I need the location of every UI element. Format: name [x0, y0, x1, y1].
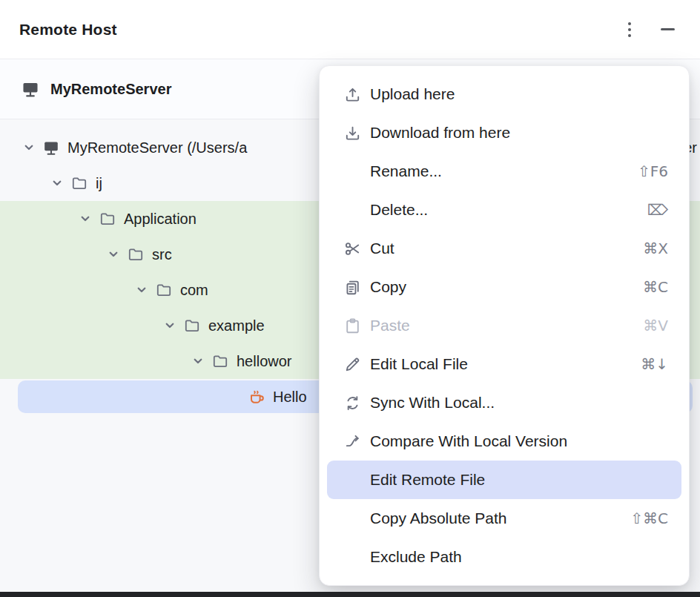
menu-item-shortcut: ⌦	[647, 201, 668, 219]
chevron-down-icon[interactable]	[22, 141, 36, 154]
menu-item-paste: Paste ⌘V	[327, 306, 681, 345]
menu-item-label: Copy	[370, 278, 631, 296]
context-menu: Upload here Download from here Rename...…	[319, 65, 690, 586]
menu-item-shortcut: ⌘X	[643, 240, 668, 257]
menu-item-edit-local-file[interactable]: Edit Local File ⌘↓	[327, 345, 681, 383]
menu-item-shortcut: ⇧F6	[638, 162, 668, 180]
menu-item-label: Delete...	[370, 201, 635, 219]
tree-item-label: MyRemoteServer (/Users/a	[67, 139, 247, 156]
menu-item-label: Copy Absolute Path	[370, 509, 618, 527]
menu-item-shortcut: ⌘↓	[641, 355, 668, 373]
page-title: Remote Host	[19, 21, 117, 39]
menu-item-shortcut: ⌘C	[643, 278, 668, 296]
copy-icon	[342, 277, 363, 297]
menu-item-download-from-here[interactable]: Download from here	[327, 113, 681, 152]
menu-item-label: Cut	[370, 240, 631, 257]
menu-item-sync-with-local[interactable]: Sync With Local...	[327, 383, 681, 422]
folder-icon	[211, 352, 229, 370]
compare-icon	[342, 432, 363, 451]
tree-item-label: com	[180, 282, 208, 299]
icon-placeholder	[342, 162, 363, 181]
more-vertical-icon[interactable]	[625, 19, 634, 40]
menu-item-copy-absolute-path[interactable]: Copy Absolute Path ⇧⌘C	[327, 499, 681, 538]
sync-icon	[342, 393, 363, 412]
menu-item-label: Exclude Path	[370, 548, 656, 566]
icon-placeholder	[342, 470, 363, 489]
download-icon	[342, 123, 363, 142]
menu-item-compare-with-local-version[interactable]: Compare With Local Version	[327, 422, 681, 461]
chevron-down-icon[interactable]	[163, 319, 176, 332]
java-class-icon	[248, 388, 265, 406]
menu-item-exclude-path[interactable]: Exclude Path	[327, 538, 681, 576]
menu-item-label: Upload here	[370, 85, 656, 103]
tree-item-label: Hello	[273, 389, 307, 406]
chevron-down-icon[interactable]	[191, 354, 205, 368]
menu-item-label: Rename...	[370, 162, 626, 180]
tool-window-header: Remote Host	[0, 0, 700, 59]
icon-placeholder	[342, 200, 363, 220]
menu-item-label: Compare With Local Version	[370, 432, 656, 450]
tree-item-label: ij	[96, 175, 102, 192]
tree-item-label: src	[152, 246, 172, 263]
folder-icon	[183, 317, 201, 334]
icon-placeholder	[342, 547, 363, 567]
chevron-down-icon[interactable]	[79, 212, 92, 225]
menu-item-cut[interactable]: Cut ⌘X	[327, 229, 681, 268]
paste-icon	[342, 316, 363, 335]
chevron-down-icon[interactable]	[107, 248, 120, 261]
scissors-icon	[342, 239, 363, 258]
menu-item-label: Edit Remote File	[370, 471, 656, 489]
menu-item-edit-remote-file[interactable]: Edit Remote File	[327, 461, 681, 499]
remote-server-icon	[21, 79, 40, 99]
minimize-icon[interactable]	[661, 28, 675, 30]
tree-item-label: Application	[124, 211, 197, 228]
window-bottom-edge	[0, 592, 700, 597]
menu-item-label: Sync With Local...	[370, 394, 656, 412]
folder-icon	[155, 281, 173, 299]
icon-placeholder	[342, 509, 363, 528]
chevron-down-icon[interactable]	[135, 283, 148, 297]
tree-item-label: hellowor	[237, 353, 291, 370]
tree-item-label: example	[208, 317, 265, 334]
folder-icon	[70, 174, 88, 192]
menu-item-delete[interactable]: Delete... ⌦	[327, 191, 681, 229]
menu-item-label: Paste	[370, 317, 631, 334]
menu-item-copy[interactable]: Copy ⌘C	[327, 268, 681, 306]
upload-icon	[342, 85, 363, 104]
chevron-down-icon[interactable]	[50, 177, 64, 190]
menu-item-label: Download from here	[370, 124, 656, 142]
remote-host-tool-window: Remote Host MyRemoteServer MyRemoteServe…	[0, 0, 700, 597]
server-name-label: MyRemoteServer	[50, 81, 171, 98]
menu-item-shortcut: ⌘V	[643, 317, 668, 334]
menu-item-label: Edit Local File	[370, 355, 629, 373]
header-actions	[625, 19, 681, 40]
pencil-icon	[342, 354, 363, 374]
menu-item-shortcut: ⇧⌘C	[630, 509, 668, 527]
menu-item-rename[interactable]: Rename... ⇧F6	[327, 152, 681, 191]
remote-server-icon	[42, 139, 60, 156]
folder-icon	[99, 210, 116, 228]
folder-icon	[127, 245, 145, 263]
menu-item-upload-here[interactable]: Upload here	[327, 75, 681, 113]
